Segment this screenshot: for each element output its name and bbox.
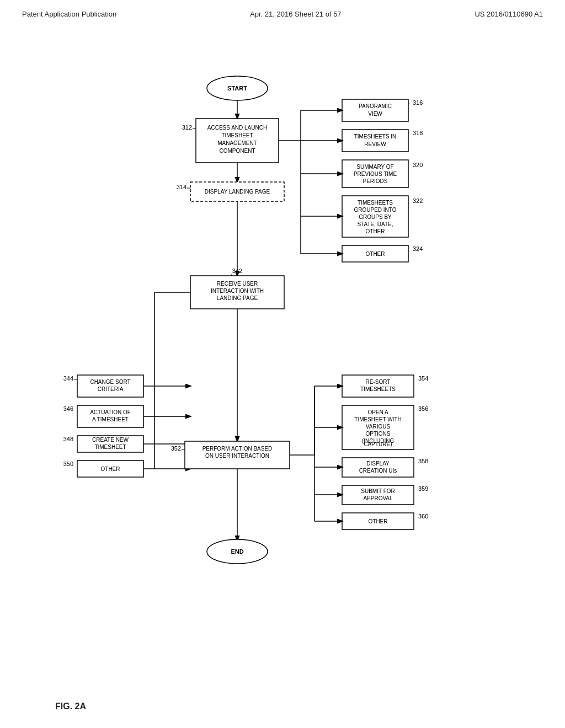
svg-text:ACTUATION OF: ACTUATION OF	[90, 409, 131, 415]
svg-text:CHANGE SORT: CHANGE SORT	[90, 379, 130, 385]
svg-text:TIMESHEET WITH: TIMESHEET WITH	[354, 416, 401, 422]
svg-text:350: 350	[63, 461, 73, 467]
svg-text:PREVIOUS TIME: PREVIOUS TIME	[354, 171, 397, 177]
svg-text:PERFORM ACTION BASED: PERFORM ACTION BASED	[202, 446, 273, 452]
svg-text:RE-SORT: RE-SORT	[366, 379, 391, 385]
svg-text:GROUPED INTO: GROUPED INTO	[354, 207, 396, 213]
svg-text:CREATION UIs: CREATION UIs	[359, 468, 397, 474]
svg-text:OTHER: OTHER	[101, 466, 120, 472]
svg-text:TIMESHEETS: TIMESHEETS	[358, 200, 393, 206]
svg-text:322: 322	[413, 197, 423, 204]
svg-text:344: 344	[63, 375, 73, 382]
svg-text:348: 348	[63, 436, 73, 442]
svg-text:APPROVAL: APPROVAL	[363, 495, 393, 501]
svg-rect-15	[342, 130, 408, 152]
svg-text:SUMMARY OF: SUMMARY OF	[356, 164, 393, 170]
svg-text:342: 342	[232, 267, 242, 274]
diagram: START ACCESS AND LAUNCH TIMESHEET MANAGE…	[0, 33, 565, 717]
svg-text:MANAGEMENT: MANAGEMENT	[217, 140, 257, 146]
svg-text:OPTIONS: OPTIONS	[365, 431, 390, 437]
svg-text:END: END	[231, 548, 243, 555]
svg-text:360: 360	[418, 513, 428, 520]
svg-text:CRITERIA: CRITERIA	[98, 386, 124, 392]
svg-text:INTERACTION WITH: INTERACTION WITH	[211, 288, 264, 294]
svg-text:TIMESHEET: TIMESHEET	[221, 132, 253, 138]
svg-text:DISPLAY: DISPLAY	[366, 461, 390, 467]
svg-text:ACCESS AND LAUNCH: ACCESS AND LAUNCH	[207, 125, 267, 131]
svg-text:324: 324	[413, 245, 423, 252]
svg-text:CAPTURE): CAPTURE)	[364, 441, 392, 447]
svg-text:318: 318	[413, 130, 423, 136]
svg-text:COMPONENT: COMPONENT	[220, 148, 255, 154]
svg-text:REVIEW: REVIEW	[364, 141, 386, 147]
svg-text:SUBMIT FOR: SUBMIT FOR	[361, 488, 395, 494]
svg-text:ON USER INTERACTION: ON USER INTERACTION	[205, 453, 269, 459]
svg-text:314: 314	[177, 184, 186, 190]
svg-text:OTHER: OTHER	[366, 251, 385, 257]
svg-text:316: 316	[413, 99, 423, 106]
figure-label: FIG. 2A	[55, 702, 86, 711]
header-left: Patent Application Publication	[22, 10, 116, 18]
svg-text:312: 312	[182, 124, 192, 131]
svg-text:VIEW: VIEW	[368, 111, 382, 117]
svg-rect-10	[342, 99, 408, 121]
svg-text:354: 354	[418, 375, 428, 382]
svg-text:PANORAMIC: PANORAMIC	[359, 103, 392, 109]
svg-text:320: 320	[413, 162, 423, 168]
svg-text:358: 358	[418, 458, 428, 464]
svg-text:DISPLAY LANDING PAGE: DISPLAY LANDING PAGE	[205, 189, 270, 195]
svg-text:RECEIVE USER: RECEIVE USER	[217, 281, 258, 287]
svg-text:GROUPS BY: GROUPS BY	[359, 214, 392, 220]
page: Patent Application Publication Apr. 21, …	[0, 0, 565, 728]
svg-text:359: 359	[418, 485, 428, 492]
svg-text:TIMESHEETS: TIMESHEETS	[360, 386, 396, 392]
svg-text:VARIOUS: VARIOUS	[366, 424, 391, 430]
svg-text:346: 346	[63, 405, 73, 412]
svg-text:A TIMESHEET: A TIMESHEET	[92, 416, 129, 422]
svg-text:TIMESHEETS IN: TIMESHEETS IN	[354, 133, 397, 140]
svg-text:PERIODS: PERIODS	[363, 178, 387, 184]
svg-text:OPEN A: OPEN A	[367, 409, 388, 415]
svg-text:START: START	[227, 85, 247, 92]
svg-text:356: 356	[418, 405, 428, 412]
svg-text:TIMESHEET: TIMESHEET	[94, 444, 126, 450]
svg-text:LANDING PAGE: LANDING PAGE	[217, 295, 258, 301]
header-center: Apr. 21, 2016 Sheet 21 of 57	[250, 10, 342, 18]
svg-text:STATE, DATE,: STATE, DATE,	[357, 221, 393, 227]
header-right: US 2016/0110690 A1	[475, 10, 543, 18]
svg-text:CREATE NEW: CREATE NEW	[92, 437, 129, 443]
svg-text:OTHER: OTHER	[369, 518, 388, 524]
svg-text:OTHER: OTHER	[366, 228, 385, 234]
svg-text:352: 352	[171, 445, 181, 452]
header: Patent Application Publication Apr. 21, …	[0, 0, 565, 18]
